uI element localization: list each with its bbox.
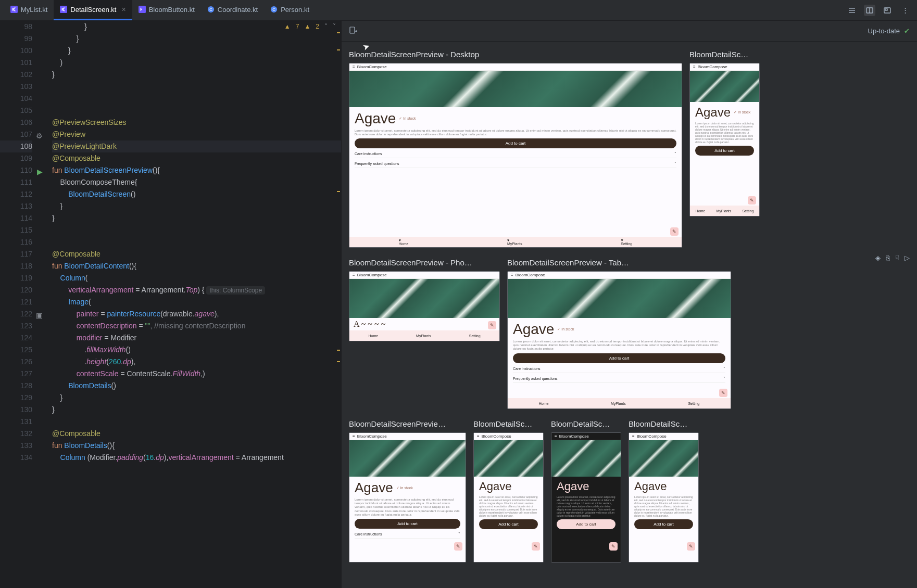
animation-preview-icon[interactable]: ◈ xyxy=(875,254,881,262)
design-view-icon[interactable] xyxy=(882,5,893,16)
tab-bloombutton[interactable]: BloomButton.kt xyxy=(132,0,201,20)
preview-title[interactable]: BloomDetailScreenPreview - Tab… xyxy=(507,258,731,267)
preview-body[interactable]: BloomDetailScreenPreview - Desktop ≡Bloo… xyxy=(342,42,917,588)
svg-text:C: C xyxy=(272,7,275,12)
preview-toolbar: Up-to-date ✔ xyxy=(342,21,917,42)
tab-label: BloomButton.kt xyxy=(149,6,195,14)
chevron-down-icon[interactable]: ˅ xyxy=(333,23,336,30)
preview-title[interactable]: BloomDetailScreenPreview - Pho… xyxy=(349,258,500,267)
preview-title[interactable]: BloomDetailSc… xyxy=(629,419,699,428)
kotlin-file-icon xyxy=(60,6,67,13)
editor-tabs: MyList.kt DetailScreen.kt × BloomButton.… xyxy=(0,0,917,21)
preview-device-foldable[interactable]: ≡BloomCompose Agave✓ In stock Lorem ipsu… xyxy=(689,63,760,216)
svg-rect-14 xyxy=(350,27,355,33)
code-editor[interactable]: ▲7 ▲2 ˄ ˅ 9899100101102103104105106107⚙1… xyxy=(0,21,341,588)
interactive-mode-icon[interactable]: ⎘ xyxy=(886,254,890,262)
preview-status: Up-to-date xyxy=(868,27,900,35)
kotlin-class-icon: C xyxy=(207,6,215,13)
run-preview-icon[interactable]: ▷ xyxy=(905,254,910,262)
svg-rect-13 xyxy=(885,9,887,10)
kotlin-file-icon xyxy=(10,6,18,13)
split-view-icon[interactable] xyxy=(864,5,875,16)
tab-label: DetailScreen.kt xyxy=(70,6,116,14)
check-icon: ✔ xyxy=(904,27,910,35)
preview-title[interactable]: BloomDetailScreenPrevie… xyxy=(349,419,466,428)
preview-actions: ◈ ⎘ ☟ ▷ xyxy=(875,254,910,262)
tab-label: Person.kt xyxy=(281,6,309,14)
preview-device-desktop[interactable]: ≡BloomCompose Agave✓ In stock Lorem ipsu… xyxy=(349,63,682,248)
weak-warning-icon: ▲ xyxy=(304,23,310,30)
preview-title[interactable]: BloomDetailSc… xyxy=(551,419,621,428)
add-panel-icon[interactable] xyxy=(349,28,357,36)
kotlin-file-icon xyxy=(139,6,146,13)
close-icon[interactable]: × xyxy=(121,5,125,14)
preview-device-small-4[interactable]: ≡BloomCompose Agave Lorem ipsum dolor si… xyxy=(629,432,699,563)
compose-preview-panel: Up-to-date ✔ ➤ BloomDetailScreenPreview … xyxy=(341,21,917,588)
preview-title[interactable]: BloomDetailScreenPreview - Desktop xyxy=(349,50,682,59)
more-icon[interactable]: ⋮ xyxy=(899,5,911,16)
tab-person[interactable]: C Person.kt xyxy=(264,0,316,20)
tab-detailscreen[interactable]: DetailScreen.kt × xyxy=(54,0,132,20)
tab-mylist[interactable]: MyList.kt xyxy=(4,0,54,20)
code-content[interactable]: } } } )}@PreviewScreenSizes@Preview@Prev… xyxy=(36,21,341,588)
weak-warning-count: 2 xyxy=(316,23,319,30)
warning-count: 7 xyxy=(296,23,299,30)
preview-device-tablet[interactable]: ≡BloomCompose Agave✓ In stock Lorem ipsu… xyxy=(507,271,731,409)
preview-title[interactable]: BloomDetailSc… xyxy=(473,419,544,428)
preview-device-small-1[interactable]: ≡BloomCompose Agave✓ In stock Lorem ipsu… xyxy=(349,432,466,563)
preview-device-phone[interactable]: ≡BloomCompose A ~ ~ ~ ~ HomeMyPlantsSett… xyxy=(349,271,500,341)
tab-label: Coordinate.kt xyxy=(218,6,258,14)
hamburger-icon: ≡ xyxy=(353,65,355,69)
tab-label: MyList.kt xyxy=(21,6,47,14)
tab-coordinate[interactable]: C Coordinate.kt xyxy=(201,0,264,20)
list-view-icon[interactable] xyxy=(846,5,858,16)
inspection-summary[interactable]: ▲7 ▲2 ˄ ˅ xyxy=(284,23,336,30)
preview-device-small-2[interactable]: ≡BloomCompose Agave Lorem ipsum dolor si… xyxy=(473,432,544,563)
deploy-icon[interactable]: ☟ xyxy=(895,254,899,262)
preview-title[interactable]: BloomDetailSc… xyxy=(689,50,760,59)
scroll-minimap[interactable] xyxy=(336,21,341,588)
kotlin-class-icon: C xyxy=(270,6,278,13)
chevron-up-icon[interactable]: ˄ xyxy=(324,23,328,30)
svg-text:C: C xyxy=(209,7,212,12)
preview-device-dark[interactable]: ≡BloomCompose Agave Lorem ipsum dolor si… xyxy=(551,432,621,563)
line-gutter[interactable]: 9899100101102103104105106107⚙108109110▶1… xyxy=(0,21,36,588)
warning-icon: ▲ xyxy=(284,23,291,30)
